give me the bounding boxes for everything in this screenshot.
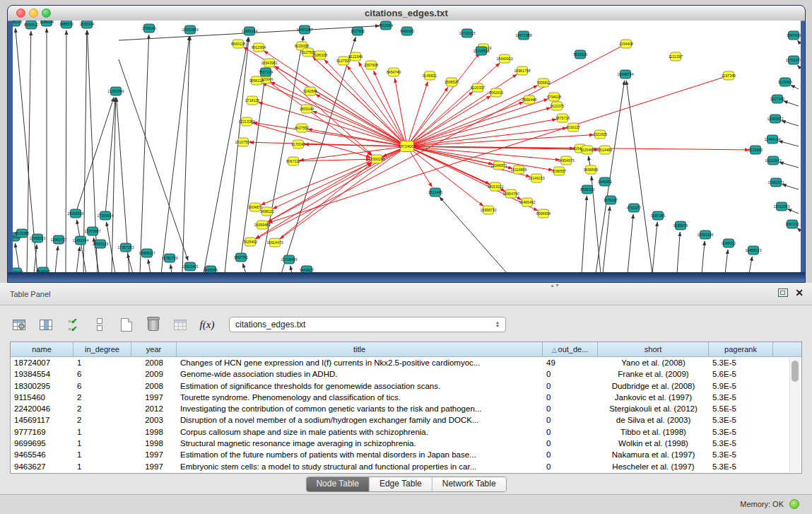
- tab-network-table[interactable]: Network Table: [433, 477, 506, 491]
- citation-edge-black[interactable]: [596, 81, 625, 274]
- citation-edge-black[interactable]: [204, 37, 248, 274]
- citation-edge-black[interactable]: [787, 209, 799, 214]
- table-row[interactable]: 1456911722003Disruption of a novel membe…: [11, 414, 801, 426]
- citation-edge-black[interactable]: [782, 185, 799, 189]
- citation-edge-red[interactable]: [275, 163, 372, 243]
- citation-edge-red[interactable]: [407, 92, 473, 146]
- table-cell: 5.3E-5: [709, 449, 773, 460]
- citation-edge-red[interactable]: [407, 87, 448, 146]
- table-cell: 0: [543, 403, 598, 414]
- citation-edge-black[interactable]: [161, 36, 189, 274]
- citation-edge-black[interactable]: [241, 78, 265, 257]
- row-options-button[interactable]: [90, 315, 109, 334]
- citation-edge-black[interactable]: [779, 162, 799, 168]
- table-cell: 5.3E-5: [709, 357, 773, 368]
- table-select-dropdown[interactable]: citations_edges.txt ▲▼: [229, 317, 506, 332]
- citation-edge-black[interactable]: [798, 40, 799, 42]
- column-select-button[interactable]: [37, 315, 55, 334]
- citation-edge-black[interactable]: [140, 35, 149, 274]
- citation-edge-black[interactable]: [784, 101, 799, 106]
- citation-edge-black[interactable]: [628, 214, 633, 274]
- table-scrollbar[interactable]: [789, 358, 801, 472]
- citation-edge-red[interactable]: [407, 146, 553, 170]
- network-node-label: 2803144: [300, 107, 314, 111]
- network-node-label: 10093186: [697, 233, 713, 237]
- splitter-handle[interactable]: ▲▼: [550, 284, 558, 287]
- column-header-name[interactable]: name: [11, 342, 73, 356]
- column-header-title[interactable]: title: [177, 342, 543, 356]
- citation-edge-red[interactable]: [269, 76, 729, 223]
- citation-edge-black[interactable]: [112, 98, 116, 274]
- table-toolbar: ▫✔▫✔ f(x) citations_edges.txt ▲▼: [10, 312, 802, 337]
- citation-edge-black[interactable]: [652, 222, 657, 274]
- network-node-label: 1485572: [59, 22, 73, 26]
- citation-edge-black[interactable]: [76, 247, 80, 274]
- status-bar: Memory: OK: [0, 494, 812, 514]
- citation-edge-black[interactable]: [677, 232, 680, 274]
- citation-edge-red[interactable]: [347, 66, 407, 146]
- citation-edge-red[interactable]: [256, 44, 626, 239]
- float-panel-icon[interactable]: [778, 288, 788, 297]
- citation-edge-black[interactable]: [798, 65, 799, 67]
- column-header-out_de[interactable]: △out_de...: [543, 342, 598, 356]
- citation-edge-black[interactable]: [702, 241, 705, 274]
- citation-edge-red[interactable]: [407, 86, 538, 146]
- column-header-in_degree[interactable]: in_degree: [73, 342, 131, 356]
- citation-edge-red[interactable]: [269, 63, 372, 155]
- citation-edge-red[interactable]: [275, 66, 407, 146]
- table-row[interactable]: 969969511998Structural magnetic resonanc…: [11, 438, 801, 449]
- citation-edge-black[interactable]: [749, 257, 752, 274]
- tab-node-table[interactable]: Node Table: [306, 477, 370, 491]
- column-header-year[interactable]: year: [131, 342, 177, 356]
- table-row[interactable]: 1872400712008Changes of HCN gene express…: [11, 357, 801, 368]
- network-canvas[interactable]: 1872400786601288912954822605891275088186…: [13, 21, 801, 274]
- table-row[interactable]: 946362711997Embryonic stem cells: a mode…: [11, 461, 801, 472]
- network-window-titlebar[interactable]: citations_edges.txt: [8, 6, 805, 21]
- column-header-short[interactable]: short: [598, 342, 709, 356]
- import-table-button: [171, 315, 189, 334]
- create-column-button[interactable]: [117, 315, 136, 334]
- network-node-label: 9146821: [423, 74, 437, 78]
- citation-edge-black[interactable]: [119, 59, 188, 260]
- citation-edge-red[interactable]: [305, 144, 407, 146]
- network-node-label: 1527602: [351, 29, 365, 33]
- network-node-label: 1321605: [593, 132, 607, 136]
- citation-edge-black[interactable]: [76, 98, 114, 214]
- citation-edge-black[interactable]: [725, 250, 728, 274]
- table-row[interactable]: 946554611997Estimation of the future num…: [11, 449, 801, 460]
- citation-edge-black[interactable]: [603, 206, 610, 274]
- citation-edge-black[interactable]: [782, 121, 799, 126]
- table-cell: 2: [73, 392, 131, 403]
- citation-edge-black[interactable]: [182, 36, 190, 274]
- citation-edge-black[interactable]: [55, 246, 58, 274]
- citation-edge-red[interactable]: [261, 146, 407, 205]
- citation-edge-black[interactable]: [148, 259, 151, 274]
- table-row[interactable]: 977716911998Corpus callosum shape and si…: [11, 426, 801, 438]
- table-row[interactable]: 1938455462009Genome-wide association stu…: [11, 368, 801, 380]
- table-settings-button[interactable]: [10, 315, 28, 334]
- citation-edge-black[interactable]: [281, 37, 355, 274]
- citation-edge-red[interactable]: [273, 146, 407, 209]
- delete-column-button[interactable]: [144, 315, 163, 334]
- select-columns-button[interactable]: ▫✔▫✔: [64, 315, 82, 334]
- function-builder-button[interactable]: f(x): [198, 315, 216, 334]
- citation-edge-red[interactable]: [407, 146, 530, 177]
- table-scrollbar-thumb[interactable]: [792, 361, 799, 382]
- close-panel-icon[interactable]: ✕: [795, 288, 804, 298]
- citation-edge-black[interactable]: [440, 197, 507, 274]
- citation-edge-black[interactable]: [105, 98, 115, 216]
- column-header-pagerank[interactable]: pagerank: [709, 342, 773, 356]
- citation-edge-black[interactable]: [797, 228, 799, 230]
- table-row[interactable]: 2242004622012Investigating the contribut…: [11, 403, 801, 414]
- table-cell: 1997: [131, 449, 177, 460]
- tab-edge-table[interactable]: Edge Table: [370, 477, 433, 491]
- citation-edge-black[interactable]: [582, 196, 587, 274]
- citation-edge-red[interactable]: [259, 103, 407, 146]
- table-row[interactable]: 911546021997Tourette syndrome. Phenomeno…: [11, 392, 801, 403]
- citation-edge-black[interactable]: [77, 220, 86, 274]
- network-node-label: 8096557: [552, 169, 566, 173]
- table-row[interactable]: 1830029562008Estimation of significance …: [11, 380, 801, 392]
- citation-edge-black[interactable]: [779, 141, 799, 146]
- citation-edge-black[interactable]: [107, 222, 115, 274]
- citation-edge-black[interactable]: [791, 85, 799, 89]
